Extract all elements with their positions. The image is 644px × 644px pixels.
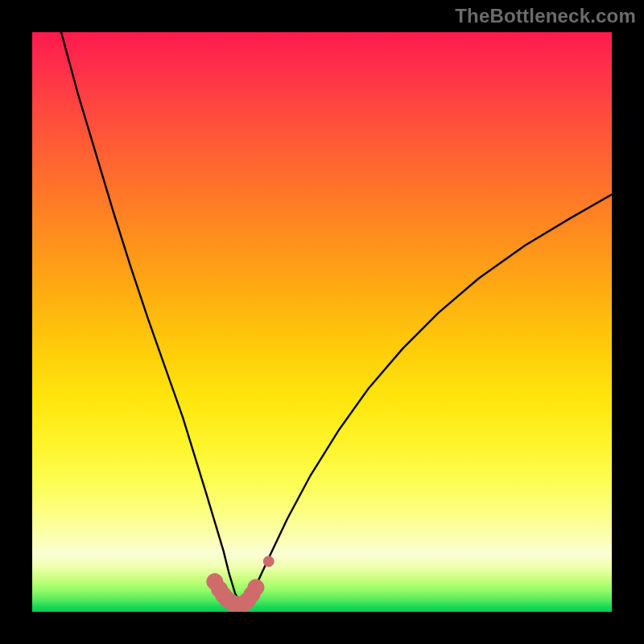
plot-area [32,32,612,612]
watermark-text: TheBottleneck.com [455,5,636,27]
chart-frame: TheBottleneck.com [0,0,644,644]
curve-marker [263,556,274,567]
bottleneck-curve [61,32,612,604]
curve-layer [32,32,612,612]
curve-markers [207,556,275,612]
curve-marker [248,580,264,596]
